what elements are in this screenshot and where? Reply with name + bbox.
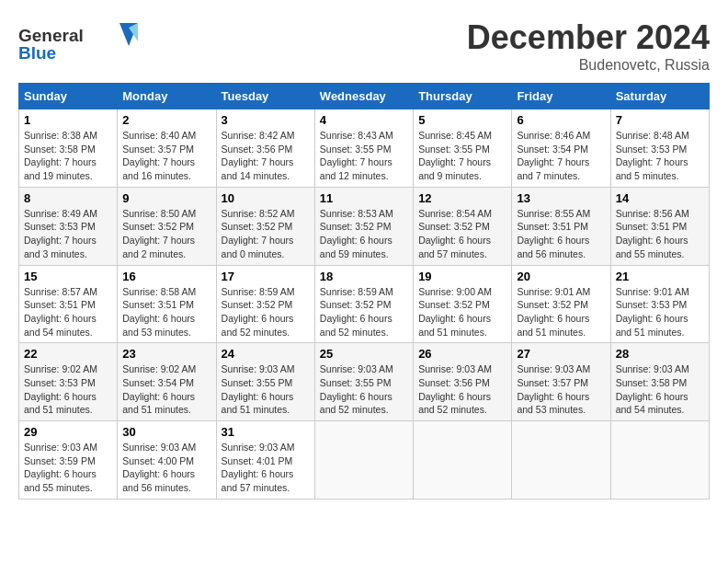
day-daylight: Daylight: 6 hours and 54 minutes.: [616, 391, 688, 416]
day-sunrise: Sunrise: 8:42 AM: [222, 130, 295, 141]
day-number: 29: [24, 425, 112, 439]
svg-text:General: General: [18, 26, 84, 45]
day-number: 28: [616, 347, 704, 361]
calendar-day-cell: 2 Sunrise: 8:40 AM Sunset: 3:57 PM Dayli…: [118, 109, 216, 188]
day-sunrise: Sunrise: 9:01 AM: [517, 286, 590, 297]
day-sunrise: Sunrise: 9:03 AM: [320, 363, 393, 374]
day-sunset: Sunset: 3:52 PM: [517, 299, 588, 310]
day-sunrise: Sunrise: 8:49 AM: [24, 208, 97, 219]
day-sunrise: Sunrise: 8:53 AM: [320, 208, 393, 219]
day-sunset: Sunset: 3:53 PM: [24, 377, 96, 388]
day-sunset: Sunset: 3:52 PM: [122, 221, 194, 232]
day-sunset: Sunset: 3:52 PM: [320, 299, 392, 310]
day-sunset: Sunset: 3:57 PM: [122, 144, 194, 155]
day-daylight: Daylight: 7 hours and 2 minutes.: [122, 235, 195, 259]
day-sunset: Sunset: 3:56 PM: [418, 377, 490, 388]
day-number: 25: [320, 347, 408, 361]
day-daylight: Daylight: 6 hours and 51 minutes.: [222, 391, 294, 416]
day-number: 19: [418, 270, 506, 283]
calendar-day-cell: 28 Sunrise: 9:03 AM Sunset: 3:58 PM Dayl…: [610, 343, 709, 421]
day-daylight: Daylight: 6 hours and 53 minutes.: [122, 313, 195, 338]
day-sunset: Sunset: 3:51 PM: [122, 299, 194, 310]
day-daylight: Daylight: 7 hours and 19 minutes.: [24, 156, 97, 181]
day-sunset: Sunset: 3:51 PM: [24, 299, 96, 310]
calendar-day-cell: 6 Sunrise: 8:46 AM Sunset: 3:54 PM Dayli…: [512, 109, 610, 188]
day-sunrise: Sunrise: 9:03 AM: [122, 442, 196, 453]
day-number: 8: [24, 191, 112, 205]
day-daylight: Daylight: 7 hours and 16 minutes.: [122, 156, 195, 181]
location-subtitle: Budenovetc, Russia: [467, 57, 710, 74]
day-sunset: Sunset: 4:00 PM: [122, 455, 194, 466]
calendar-week-row: 15 Sunrise: 8:57 AM Sunset: 3:51 PM Dayl…: [19, 265, 710, 343]
day-sunrise: Sunrise: 9:03 AM: [616, 363, 689, 374]
day-daylight: Daylight: 6 hours and 55 minutes.: [616, 235, 688, 259]
day-sunrise: Sunrise: 9:00 AM: [418, 286, 492, 297]
calendar-day-cell: 5 Sunrise: 8:45 AM Sunset: 3:55 PM Dayli…: [414, 109, 512, 188]
day-daylight: Daylight: 6 hours and 51 minutes.: [517, 313, 589, 338]
calendar-day-cell: 17 Sunrise: 8:59 AM Sunset: 3:52 PM Dayl…: [216, 265, 314, 343]
calendar-day-cell: 9 Sunrise: 8:50 AM Sunset: 3:52 PM Dayli…: [118, 187, 216, 265]
calendar-day-cell: [610, 421, 709, 500]
day-sunrise: Sunrise: 9:03 AM: [24, 442, 97, 453]
calendar-day-cell: [512, 421, 610, 500]
day-daylight: Daylight: 6 hours and 51 minutes.: [616, 313, 688, 338]
calendar-day-cell: 18 Sunrise: 8:59 AM Sunset: 3:52 PM Dayl…: [314, 265, 413, 343]
calendar-header-row: SundayMondayTuesdayWednesdayThursdayFrid…: [19, 84, 710, 109]
calendar-day-cell: [314, 421, 413, 500]
day-sunset: Sunset: 3:52 PM: [418, 221, 490, 232]
day-number: 11: [320, 191, 408, 205]
day-sunrise: Sunrise: 8:52 AM: [222, 208, 295, 219]
weekday-header-cell: Tuesday: [216, 84, 314, 109]
day-sunset: Sunset: 3:52 PM: [418, 299, 490, 310]
day-daylight: Daylight: 7 hours and 3 minutes.: [24, 235, 97, 259]
calendar-day-cell: 19 Sunrise: 9:00 AM Sunset: 3:52 PM Dayl…: [414, 265, 512, 343]
day-daylight: Daylight: 7 hours and 14 minutes.: [222, 156, 294, 181]
logo: General Blue: [18, 18, 138, 68]
day-number: 7: [616, 113, 704, 127]
calendar-day-cell: 13 Sunrise: 8:55 AM Sunset: 3:51 PM Dayl…: [512, 187, 610, 265]
day-daylight: Daylight: 6 hours and 56 minutes.: [122, 468, 195, 493]
calendar-day-cell: 8 Sunrise: 8:49 AM Sunset: 3:53 PM Dayli…: [19, 187, 118, 265]
day-number: 1: [24, 113, 112, 127]
day-sunrise: Sunrise: 9:03 AM: [418, 363, 492, 374]
day-sunrise: Sunrise: 8:45 AM: [418, 130, 492, 141]
day-number: 4: [320, 113, 408, 127]
day-daylight: Daylight: 7 hours and 9 minutes.: [418, 156, 491, 181]
day-daylight: Daylight: 6 hours and 54 minutes.: [24, 313, 97, 338]
day-number: 27: [517, 347, 605, 361]
calendar-day-cell: 22 Sunrise: 9:02 AM Sunset: 3:53 PM Dayl…: [19, 343, 118, 421]
logo-text: General Blue: [18, 18, 138, 68]
day-sunrise: Sunrise: 9:03 AM: [222, 363, 295, 374]
day-daylight: Daylight: 6 hours and 52 minutes.: [418, 391, 491, 416]
day-sunrise: Sunrise: 9:03 AM: [517, 363, 590, 374]
day-daylight: Daylight: 6 hours and 55 minutes.: [24, 468, 97, 493]
calendar-day-cell: 1 Sunrise: 8:38 AM Sunset: 3:58 PM Dayli…: [19, 109, 118, 188]
day-sunrise: Sunrise: 8:55 AM: [517, 208, 590, 219]
day-sunset: Sunset: 3:55 PM: [320, 377, 392, 388]
day-daylight: Daylight: 6 hours and 52 minutes.: [320, 391, 392, 416]
day-number: 3: [222, 113, 310, 127]
day-number: 14: [616, 191, 704, 205]
page-header: General Blue December 2024 Budenovetc, R…: [18, 18, 710, 74]
day-sunset: Sunset: 3:57 PM: [517, 377, 588, 388]
calendar-day-cell: 10 Sunrise: 8:52 AM Sunset: 3:52 PM Dayl…: [216, 187, 314, 265]
day-number: 18: [320, 270, 408, 283]
day-sunrise: Sunrise: 8:43 AM: [320, 130, 393, 141]
calendar-day-cell: 26 Sunrise: 9:03 AM Sunset: 3:56 PM Dayl…: [414, 343, 512, 421]
day-daylight: Daylight: 6 hours and 57 minutes.: [418, 235, 491, 259]
day-sunrise: Sunrise: 8:54 AM: [418, 208, 492, 219]
day-sunset: Sunset: 3:54 PM: [517, 144, 588, 155]
day-sunrise: Sunrise: 8:56 AM: [616, 208, 689, 219]
calendar-week-row: 8 Sunrise: 8:49 AM Sunset: 3:53 PM Dayli…: [19, 187, 710, 265]
day-daylight: Daylight: 6 hours and 51 minutes.: [24, 391, 97, 416]
title-area: December 2024 Budenovetc, Russia: [467, 18, 710, 74]
day-sunset: Sunset: 3:52 PM: [222, 221, 293, 232]
svg-text:Blue: Blue: [18, 43, 56, 63]
day-sunset: Sunset: 3:53 PM: [616, 299, 688, 310]
calendar-day-cell: 24 Sunrise: 9:03 AM Sunset: 3:55 PM Dayl…: [216, 343, 314, 421]
weekday-header-cell: Sunday: [19, 84, 118, 109]
weekday-header-cell: Thursday: [414, 84, 512, 109]
calendar-day-cell: 7 Sunrise: 8:48 AM Sunset: 3:53 PM Dayli…: [610, 109, 709, 188]
day-number: 22: [24, 347, 112, 361]
day-number: 16: [122, 270, 210, 283]
